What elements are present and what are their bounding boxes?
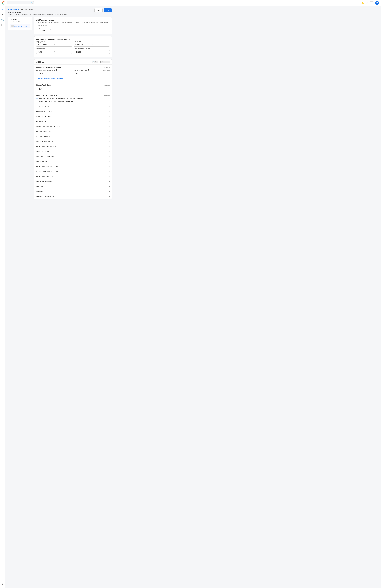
top-navigation: 🔍 🔔 ❓ BA BA — [0, 0, 381, 6]
display-label: Display on Form — [36, 41, 72, 42]
expand-row-time-cycle[interactable]: Time / Cycle Data + — [34, 104, 112, 109]
expand-row-international-commodity[interactable]: International Commodity Code + — [34, 169, 112, 174]
user-initials-badge[interactable]: BA — [370, 1, 374, 4]
design-approved-radio[interactable] — [36, 98, 38, 99]
expand-row-previous-cert[interactable]: Previous Certificate Data + — [34, 194, 112, 199]
right-panels: ARC Tracking Number You can use our guar… — [34, 17, 112, 199]
help-icon[interactable]: ❓ — [365, 1, 368, 4]
customer-order-group: Customer Order No. i ✕ Remove 4AGF5 — [74, 69, 110, 75]
sidebar-item-plane[interactable]: ✈ — [0, 12, 4, 17]
expand-label-expiration-date: Expiration Date — [36, 121, 47, 122]
step-description: Please provide asset detail, work perfor… — [8, 13, 95, 15]
back-button[interactable]: Back — [95, 8, 103, 12]
next-button[interactable]: Next — [104, 8, 112, 12]
arc-data-actions: 📋 Copy 🗑 Clear Form — [92, 61, 110, 63]
asset-tag-model[interactable]: AP3200 — [18, 25, 22, 27]
breadcrumb: Add Document › ARC - New Part — [8, 8, 95, 10]
description-input[interactable]: Description ✕ — [74, 43, 110, 46]
avatar[interactable]: BA — [375, 1, 379, 5]
expand-label-remarks: Remarks — [36, 191, 42, 192]
customer-id-input[interactable]: 4AGF5 — [36, 72, 72, 75]
expand-label-international-commodity: International Commodity Code — [36, 171, 58, 172]
sidebar-item-layers[interactable]: ◫ — [0, 22, 5, 27]
display-clear-btn[interactable]: ✕ — [54, 44, 71, 46]
design-nonapproved-radio[interactable] — [36, 100, 38, 102]
design-nonapproved-label: Non-approved design data specified in Re… — [39, 100, 73, 102]
part-number-input[interactable]: P1459 ✕ — [36, 50, 72, 54]
sidebar-item-tools[interactable]: 🔧 — [0, 17, 5, 22]
customer-id-label: Customer Identification Code — [36, 69, 55, 71]
expand-row-lot-batch[interactable]: Lot / Batch Number + — [34, 134, 112, 139]
design-nonapproved-option[interactable]: Non-approved design data specified in Re… — [36, 100, 110, 102]
expand-row-direct-shipping[interactable]: Direct Shipping Authority + — [34, 154, 112, 159]
part-number-label: Part Number — [36, 48, 72, 50]
app-logo[interactable] — [2, 1, 5, 5]
expand-row-part-usage[interactable]: Part Usage Restrictions + — [34, 179, 112, 184]
search-icon[interactable]: 🔍 — [31, 2, 33, 4]
description-form-group: Description Description ✕ — [74, 41, 110, 46]
expand-row-expiration-date[interactable]: Expiration Date + — [34, 119, 112, 124]
nav-right: 🔔 ❓ BA BA — [361, 1, 379, 5]
expand-row-airworthiness-data-type[interactable]: Airworthiness Data Type Code + — [34, 164, 112, 169]
notification-icon[interactable]: 🔔 — [361, 1, 364, 4]
expand-label-newly-overhauled: Newly Overhauled — [36, 151, 49, 152]
design-data-title: Design Data Approval Code — [36, 94, 57, 96]
comm-ref-row: Customer Identification Code i 4AGF5 Cus… — [36, 69, 110, 75]
expand-row-airline-stock[interactable]: Airline Stock Number + — [34, 129, 112, 134]
breadcrumb-current: ARC - New Part — [21, 8, 33, 10]
customer-order-input[interactable]: 4AGF5 — [74, 72, 110, 75]
expand-icon-newly-overhauled: + — [109, 150, 110, 152]
expand-label-airworthiness-directive: Airworthiness Directive Number — [36, 146, 58, 147]
remove-button[interactable]: ✕ Remove — [103, 69, 110, 71]
expand-row-date-manufacture[interactable]: Date of Manufacture + — [34, 114, 112, 119]
description-clear-btn[interactable]: ✕ — [92, 44, 108, 46]
asset-tag-part[interactable]: P1459 — [23, 25, 27, 27]
status-work-select[interactable]: NEW USED OVERHAULED REPAIRED — [36, 87, 63, 91]
clear-icon: 🗑 — [100, 61, 102, 63]
display-input[interactable]: Part Number ✕ — [36, 43, 72, 46]
asset-item[interactable]: ✈ APU AP3200 P1459 — [10, 24, 30, 28]
part-number-form-group: Part Number P1459 ✕ — [36, 48, 72, 54]
expand-row-remote-issuer[interactable]: Remote Issuer Address + — [34, 109, 112, 114]
search-input[interactable] — [8, 2, 31, 4]
expand-icon-remarks: + — [109, 190, 110, 193]
more-commercial-ref-button[interactable]: + More Commercial Reference Options — [36, 77, 65, 81]
expand-icon-part-usage: + — [109, 180, 110, 183]
expand-row-airworthiness-deviation[interactable]: Airworthiness Deviation + — [34, 174, 112, 179]
expand-label-airworthiness-deviation: Airworthiness Deviation — [36, 176, 53, 177]
status-work-section: Status / Work Code Required NEW USED OVE… — [34, 82, 112, 93]
asset-tag-apu[interactable]: APU — [14, 25, 17, 27]
model-number-input[interactable]: AP3200 ✕ — [74, 50, 110, 54]
svg-point-0 — [2, 1, 5, 4]
search-bar[interactable]: 🔍 — [7, 1, 34, 4]
expand-row-pah-data[interactable]: PAH Data + — [34, 184, 112, 189]
copy-icon: 📋 — [93, 61, 94, 63]
step-title: Step 3 of 4 - Details — [8, 11, 95, 13]
model-number-label: Model Number - Optional — [74, 48, 110, 50]
part-number-title: Part Number / Model Number / Description — [36, 38, 110, 40]
expand-label-drawing-revision: Drawing and Revision Level Type — [36, 126, 60, 127]
expand-icon-pah-data: + — [109, 185, 110, 188]
expand-row-service-bulletin[interactable]: Service Bulletin Number + — [34, 139, 112, 144]
tracking-clear-btn[interactable]: ✕ — [50, 29, 62, 31]
part-number-clear-btn[interactable]: ✕ — [54, 51, 71, 53]
customer-id-info-icon[interactable]: i — [56, 69, 57, 71]
expand-row-newly-overhauled[interactable]: Newly Overhauled + — [34, 149, 112, 154]
arc-data-card: ARC Data 📋 Copy 🗑 Clear Form — [34, 59, 112, 199]
breadcrumb-parent[interactable]: Add Document — [8, 8, 19, 10]
copy-button[interactable]: 📋 Copy — [92, 61, 98, 63]
tracking-input[interactable]: ARC-XXX-XXXXXXX-XXX ✕ — [36, 27, 63, 32]
clear-form-button[interactable]: 🗑 Clear Form — [100, 61, 110, 63]
design-approved-option[interactable]: Approved design data and are in a condit… — [36, 98, 110, 99]
customer-order-label-row: Customer Order No. i ✕ Remove — [74, 69, 110, 71]
expand-row-airworthiness-directive[interactable]: Airworthiness Directive Number + — [34, 144, 112, 149]
display-form-group: Display on Form Part Number ✕ — [36, 41, 72, 46]
arc-tracking-title: ARC Tracking Number — [36, 19, 110, 21]
customer-order-info-icon[interactable]: i — [88, 69, 89, 71]
expand-row-drawing-revision[interactable]: Drawing and Revision Level Type + — [34, 124, 112, 129]
expand-row-remarks[interactable]: Remarks + — [34, 189, 112, 194]
model-number-clear-btn[interactable]: ✕ — [92, 51, 108, 53]
model-number-form-group: Model Number - Optional AP3200 ✕ — [74, 48, 110, 54]
sidebar-item-add[interactable]: + — [0, 7, 4, 12]
expand-row-project-number[interactable]: Project Number + — [34, 159, 112, 164]
